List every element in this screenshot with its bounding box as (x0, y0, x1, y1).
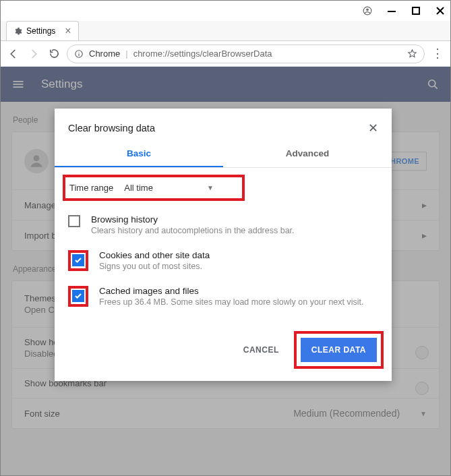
dialog-title: Clear browsing data (68, 123, 155, 133)
option-cookies-desc: Signs you out of most sites. (99, 262, 210, 271)
option-history-desc: Clears history and autocompletions in th… (91, 226, 295, 235)
browser-tab-settings[interactable]: Settings × (6, 21, 79, 40)
omnibox[interactable]: Chrome | chrome://settings/clearBrowserD… (67, 44, 425, 63)
svg-rect-2 (388, 11, 396, 12)
clear-data-button[interactable]: CLEAR DATA (301, 338, 377, 362)
option-cookies[interactable]: Cookies and other site data Signs you ou… (63, 245, 384, 280)
tab-basic[interactable]: Basic (55, 141, 223, 167)
omnibox-scheme: Chrome (89, 49, 120, 59)
window-titlebar (1, 1, 450, 21)
option-browsing-history[interactable]: Browsing history Clears history and auto… (63, 209, 384, 245)
window-minimize-icon[interactable] (387, 6, 396, 16)
dialog-tabs: Basic Advanced (55, 141, 392, 168)
cancel-button[interactable]: CANCEL (235, 338, 287, 361)
chrome-menu-icon[interactable]: ⋮ (430, 52, 445, 55)
option-cookies-title: Cookies and other site data (99, 250, 210, 260)
checkbox-browsing-history[interactable] (68, 215, 80, 227)
omnibox-separator: | (125, 49, 127, 59)
omnibox-url: chrome://settings/clearBrowserData (133, 49, 272, 59)
svg-rect-3 (413, 7, 419, 14)
option-cache[interactable]: Cached images and files Frees up 36.4 MB… (63, 280, 384, 316)
clear-browsing-data-dialog: Clear browsing data ✕ Basic Advanced Tim… (55, 109, 392, 381)
checkbox-cache[interactable] (72, 290, 84, 302)
bookmark-star-icon[interactable] (407, 49, 417, 59)
browser-tab-strip: Settings × (1, 21, 450, 41)
window-close-icon[interactable] (435, 6, 445, 16)
chevron-down-icon: ▼ (207, 184, 214, 191)
gear-icon (13, 27, 22, 36)
reload-button[interactable] (47, 47, 61, 61)
time-range-label: Time range (69, 183, 113, 193)
time-range-row[interactable]: Time range All time ▼ (63, 175, 245, 201)
site-info-icon[interactable] (74, 49, 84, 59)
svg-point-1 (366, 8, 369, 11)
option-cache-desc: Frees up 36.4 MB. Some sites may load mo… (99, 297, 364, 307)
user-account-icon[interactable] (363, 6, 372, 16)
option-cache-title: Cached images and files (99, 286, 364, 296)
browser-tab-title: Settings (26, 26, 55, 36)
window-maximize-icon[interactable] (411, 6, 421, 16)
settings-app: Settings People Sign in to get your book… (1, 67, 450, 476)
checkbox-cookies[interactable] (72, 254, 84, 266)
dialog-close-icon[interactable]: ✕ (368, 121, 378, 136)
tab-advanced[interactable]: Advanced (223, 141, 392, 167)
browser-toolbar: Chrome | chrome://settings/clearBrowserD… (1, 41, 450, 67)
option-history-title: Browsing history (91, 214, 295, 225)
time-range-value: All time (124, 183, 153, 193)
back-button[interactable] (6, 47, 21, 61)
forward-button[interactable] (26, 47, 41, 61)
